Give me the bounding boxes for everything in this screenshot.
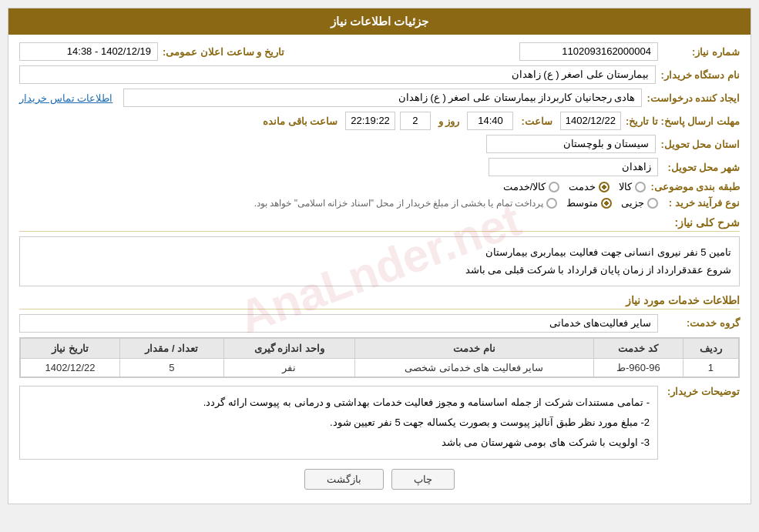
category-row: طبقه بندی موضوعی: کالا خدمت کالا/خدمت (19, 181, 740, 192)
city-value: زاهدان (489, 158, 658, 176)
deadline-date: 1402/12/22 (560, 112, 621, 130)
table-cell: نفر (223, 358, 354, 376)
description-line2: شروع عقدقرارداد از زمان پایان قرارداد با… (28, 261, 731, 279)
announce-date-value: 1402/12/19 - 14:38 (19, 42, 158, 61)
need-number-label: شماره نیاز: (663, 46, 740, 58)
notes-section: توضیحات خریدار: - تمامی مستندات شرکت از … (19, 386, 740, 460)
description-section-title: شرح کلی نیاز: (19, 216, 740, 232)
col-service-code: کد خدمت (593, 338, 683, 358)
services-group-value: سایر فعالیت‌های خدماتی (19, 314, 658, 333)
table-cell: سایر فعالیت های خدماتی شخصی (354, 358, 593, 376)
category-both-radio (549, 182, 559, 192)
category-service-label: خدمت (569, 181, 596, 192)
process-medium-radio (601, 198, 612, 209)
buyer-org-value: بیمارستان علی اصغر ( ع) زاهدان (19, 65, 656, 84)
services-table: ردیف کد خدمت نام خدمت واحد اندازه گیری ت… (20, 338, 739, 377)
table-cell: 960-96-ط (593, 358, 683, 376)
province-row: استان محل تحویل: سیستان و بلوچستان (19, 135, 740, 153)
creator-value: هادی رجحانیان کاربرداز بیمارستان علی اصغ… (123, 89, 642, 107)
deadline-time: 14:40 (467, 112, 513, 130)
table-cell: 5 (119, 358, 223, 376)
deadline-day: 2 (400, 112, 431, 130)
deadline-remaining-label: ساعت باقی مانده (263, 115, 338, 127)
process-row: نوع فرآیند خرید : جزیی متوسط پرداخت تمام… (19, 197, 740, 209)
process-full-item[interactable]: پرداخت تمام یا بخشی از مبلغ خریدار از مح… (254, 198, 557, 209)
city-label: شهر محل تحویل: (663, 162, 740, 173)
category-service-radio (599, 182, 610, 192)
services-group-row: گروه خدمت: سایر فعالیت‌های خدماتی (19, 314, 740, 333)
process-full-radio (546, 198, 557, 209)
print-button[interactable]: چاپ (391, 469, 455, 490)
page-header: جزئیات اطلاعات نیاز (8, 8, 751, 35)
description-box: تامین 5 نفر نیروی انسانی جهت فعالیت بیما… (19, 236, 740, 286)
deadline-day-label: روز و (438, 115, 460, 127)
need-number-row: شماره نیاز: 1102093162000004 تاریخ و ساع… (19, 42, 740, 61)
category-label: طبقه بندی موضوعی: (650, 181, 740, 192)
notes-box: - تمامی مستندات شرکت از جمله اساسنامه و … (19, 386, 658, 460)
buttons-row: چاپ بازگشت (19, 469, 740, 490)
back-button[interactable]: بازگشت (304, 469, 384, 490)
process-partial-label: جزیی (621, 197, 644, 209)
process-medium-item[interactable]: متوسط (566, 197, 612, 209)
services-table-container: ردیف کد خدمت نام خدمت واحد اندازه گیری ت… (19, 337, 740, 378)
process-radio-group: جزیی متوسط پرداخت تمام یا بخشی از مبلغ خ… (254, 197, 658, 209)
deadline-time-label: ساعت: (521, 115, 552, 127)
city-row: شهر محل تحویل: زاهدان (19, 158, 740, 176)
col-unit: واحد اندازه گیری (223, 338, 354, 358)
process-partial-item[interactable]: جزیی (621, 197, 658, 209)
services-group-label: گروه خدمت: (663, 317, 740, 329)
notes-line2: 2- مبلغ مورد نظر طبق آنالیز پیوست و بصور… (28, 413, 650, 433)
deadline-label: مهلت ارسال پاسخ: تا تاریخ: (626, 115, 740, 127)
category-goods-radio (635, 182, 646, 192)
col-service-name: نام خدمت (354, 338, 593, 358)
notes-line1: - تمامی مستندات شرکت از جمله اساسنامه و … (28, 393, 650, 413)
buyer-org-row: نام دستگاه خریدار: بیمارستان علی اصغر ( … (19, 65, 740, 84)
process-label: نوع فرآیند خرید : (663, 197, 740, 209)
province-label: استان محل تحویل: (660, 139, 740, 150)
deadline-row: مهلت ارسال پاسخ: تا تاریخ: 1402/12/22 سا… (19, 112, 740, 130)
category-service-item[interactable]: خدمت (569, 181, 610, 192)
services-section-title: اطلاعات خدمات مورد نیاز (19, 294, 740, 309)
deadline-remaining: 22:19:22 (345, 112, 395, 130)
announce-date-label: تاریخ و ساعت اعلان عمومی: (163, 46, 284, 58)
category-both-item[interactable]: کالا/خدمت (503, 181, 560, 192)
table-cell: 1402/12/22 (21, 358, 120, 376)
notes-line3: 3- اولویت با شرکت های بومی شهرستان می با… (28, 433, 650, 453)
process-medium-label: متوسط (566, 197, 598, 209)
notes-label: توضیحات خریدار: (663, 386, 740, 397)
col-quantity: تعداد / مقدار (119, 338, 223, 358)
col-date: تاریخ نیاز (21, 338, 120, 358)
buyer-org-label: نام دستگاه خریدار: (660, 69, 740, 81)
contact-link[interactable]: اطلاعات تماس خریدار (19, 92, 113, 104)
category-goods-item[interactable]: کالا (619, 181, 646, 192)
col-row-num: ردیف (683, 338, 738, 358)
process-full-label: پرداخت تمام یا بخشی از مبلغ خریدار از مح… (254, 198, 543, 209)
page-title: جزئیات اطلاعات نیاز (331, 15, 428, 28)
category-both-label: کالا/خدمت (503, 181, 546, 192)
category-goods-label: کالا (619, 181, 632, 192)
creator-label: ایجاد کننده درخواست: (646, 92, 740, 104)
province-value: سیستان و بلوچستان (486, 135, 656, 153)
table-row: 1960-96-طسایر فعالیت های خدماتی شخصینفر5… (21, 358, 739, 376)
need-number-value: 1102093162000004 (519, 42, 658, 61)
category-radio-group: کالا خدمت کالا/خدمت (503, 181, 646, 192)
table-cell: 1 (683, 358, 738, 376)
process-partial-radio (647, 198, 658, 209)
description-line1: تامین 5 نفر نیروی انسانی جهت فعالیت بیما… (28, 243, 731, 261)
creator-row: ایجاد کننده درخواست: هادی رجحانیان کاربر… (19, 89, 740, 107)
